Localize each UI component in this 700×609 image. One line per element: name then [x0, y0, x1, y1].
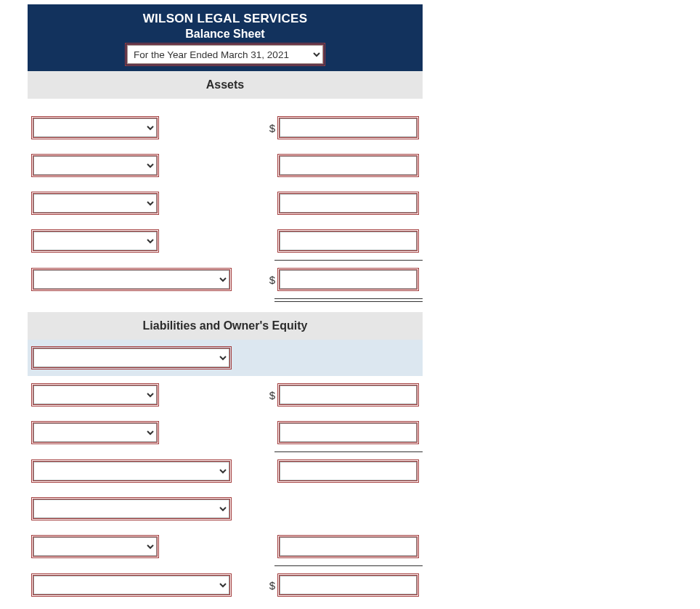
period-select[interactable]: For the Year Ended March 31, 2021	[127, 45, 323, 64]
assets-section-head: Assets	[28, 71, 423, 99]
amount-input[interactable]	[280, 423, 417, 442]
amount-input[interactable]	[280, 156, 417, 175]
grand-total-rule	[274, 298, 423, 302]
account-select[interactable]	[33, 118, 157, 137]
liab-equity-section-head: Liabilities and Owner's Equity	[28, 312, 423, 340]
total-liab-equity-select[interactable]	[33, 576, 229, 594]
amount-input[interactable]	[280, 576, 417, 594]
account-select[interactable]	[33, 232, 157, 250]
amount-input[interactable]	[280, 194, 417, 213]
sheet-header: WILSON LEGAL SERVICES Balance Sheet For …	[28, 4, 423, 71]
asset-row: $	[28, 109, 423, 147]
currency-symbol: $	[261, 389, 280, 401]
liab-equity-rows: $	[28, 376, 423, 604]
asset-row	[28, 147, 423, 184]
total-liabilities-select[interactable]	[33, 462, 229, 481]
amount-input[interactable]	[280, 537, 417, 556]
page: WILSON LEGAL SERVICES Balance Sheet For …	[0, 0, 700, 609]
account-select[interactable]	[33, 423, 157, 442]
total-liab-equity-row: $	[28, 566, 423, 604]
liabilities-subsection	[28, 340, 423, 376]
liabilities-group-select[interactable]	[33, 348, 229, 367]
account-select[interactable]	[33, 194, 157, 213]
total-liabilities-row	[28, 452, 423, 490]
liability-row: $	[28, 376, 423, 414]
currency-symbol: $	[261, 274, 280, 286]
company-name: WILSON LEGAL SERVICES	[28, 12, 423, 26]
account-select[interactable]	[33, 156, 157, 175]
account-select[interactable]	[33, 385, 157, 404]
amount-input[interactable]	[280, 270, 417, 289]
equity-group-row	[28, 490, 423, 528]
asset-row	[28, 184, 423, 222]
currency-symbol: $	[261, 122, 280, 134]
total-assets-select[interactable]	[33, 270, 229, 289]
asset-row	[28, 222, 423, 260]
assets-total-row: $	[28, 261, 423, 298]
amount-input[interactable]	[280, 232, 417, 250]
assets-rows: $	[28, 109, 423, 302]
account-select[interactable]	[33, 537, 157, 556]
amount-input[interactable]	[280, 385, 417, 404]
balance-sheet: WILSON LEGAL SERVICES Balance Sheet For …	[28, 4, 423, 604]
liability-row	[28, 414, 423, 451]
currency-symbol: $	[261, 579, 280, 592]
equity-group-select[interactable]	[33, 499, 229, 518]
equity-row	[28, 528, 423, 565]
amount-input[interactable]	[280, 118, 417, 137]
sheet-title: Balance Sheet	[28, 28, 423, 41]
amount-input[interactable]	[280, 462, 417, 481]
